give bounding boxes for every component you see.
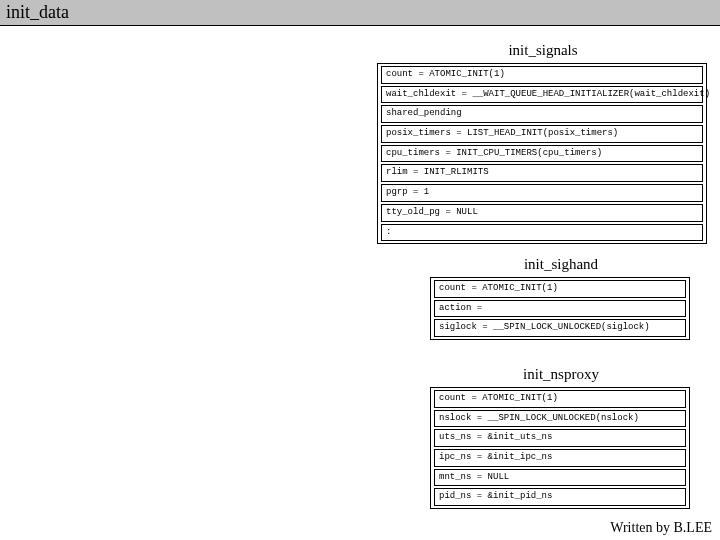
- struct-row: count = ATOMIC_INIT(1): [434, 280, 686, 298]
- struct-row: count = ATOMIC_INIT(1): [381, 66, 703, 84]
- struct-row: posix_timers = LIST_HEAD_INIT(posix_time…: [381, 125, 703, 143]
- struct-sighand: count = ATOMIC_INIT(1) action = siglock …: [430, 277, 690, 340]
- page-header: init_data: [0, 0, 720, 26]
- section-title-signals: init_signals: [442, 42, 642, 59]
- content-area: init_signals count = ATOMIC_INIT(1) wait…: [0, 26, 720, 520]
- struct-row: tty_old_pg = NULL: [381, 204, 703, 222]
- page-title: init_data: [6, 2, 69, 22]
- section-init-nsproxy: init_nsproxy count = ATOMIC_INIT(1) nslo…: [430, 366, 690, 509]
- struct-row: cpu_timers = INIT_CPU_TIMERS(cpu_timers): [381, 145, 703, 163]
- struct-row: nslock = __SPIN_LOCK_UNLOCKED(nslock): [434, 410, 686, 428]
- struct-row: mnt_ns = NULL: [434, 469, 686, 487]
- struct-row: count = ATOMIC_INIT(1): [434, 390, 686, 408]
- struct-signals: count = ATOMIC_INIT(1) wait_chldexit = _…: [377, 63, 707, 244]
- section-title-nsproxy: init_nsproxy: [460, 366, 660, 383]
- struct-row: action =: [434, 300, 686, 318]
- section-init-sighand: init_sighand count = ATOMIC_INIT(1) acti…: [430, 256, 690, 340]
- footer-credit: Written by B.LEE: [610, 520, 712, 536]
- struct-row: wait_chldexit = __WAIT_QUEUE_HEAD_INITIA…: [381, 86, 703, 104]
- struct-row: rlim = INIT_RLIMITS: [381, 164, 703, 182]
- struct-nsproxy: count = ATOMIC_INIT(1) nslock = __SPIN_L…: [430, 387, 690, 509]
- struct-row: pgrp = 1: [381, 184, 703, 202]
- struct-row: :: [381, 224, 703, 242]
- struct-row: uts_ns = &init_uts_ns: [434, 429, 686, 447]
- section-title-sighand: init_sighand: [460, 256, 660, 273]
- section-init-signals: init_signals count = ATOMIC_INIT(1) wait…: [377, 42, 707, 244]
- struct-row: pid_ns = &init_pid_ns: [434, 488, 686, 506]
- struct-row: ipc_ns = &init_ipc_ns: [434, 449, 686, 467]
- struct-row: shared_pending: [381, 105, 703, 123]
- struct-row: siglock = __SPIN_LOCK_UNLOCKED(siglock): [434, 319, 686, 337]
